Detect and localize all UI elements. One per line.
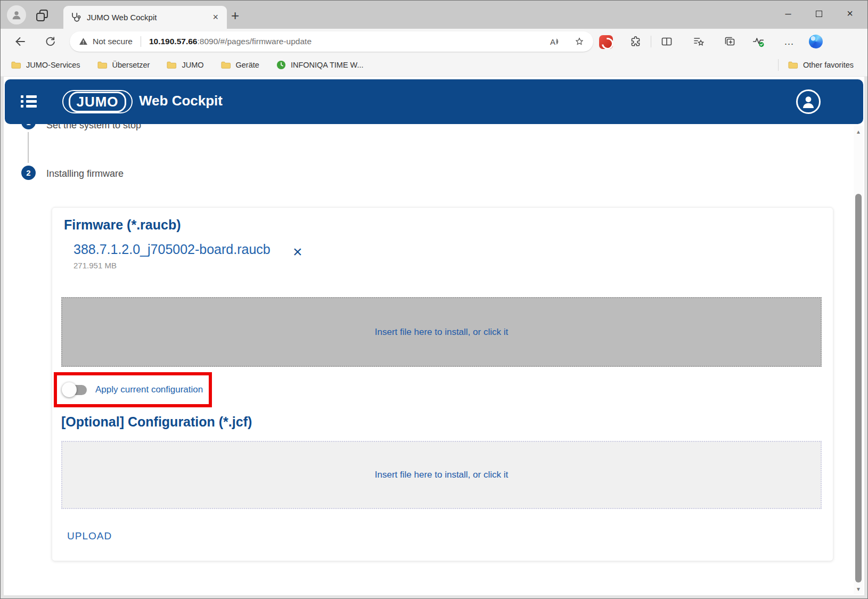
url-host: 10.190.57.66 [149,37,198,46]
other-favorites[interactable]: Other favorites [788,61,854,69]
step-2-label[interactable]: Installing firmware [46,168,124,179]
apply-config-toggle[interactable] [63,385,87,395]
settings-more-icon[interactable]: … [782,35,796,48]
not-secure-warning-icon [78,37,88,46]
address-divider [141,36,141,47]
folder-icon [11,61,21,69]
step-connector-line [28,132,29,163]
clock-icon [276,60,286,70]
red-annotation-box: Apply current configuration [54,372,212,407]
profile-avatar-icon [11,9,22,21]
toggle-knob [62,382,77,397]
firmware-file-size: 271.951 MB [73,261,117,270]
upload-button[interactable]: UPLOAD [67,530,112,542]
folder-icon [167,61,177,69]
window-maximize-button[interactable] [804,1,834,27]
app-title: Web Cockpit [139,93,223,109]
toolbar-divider [651,36,651,47]
tab-close-icon[interactable]: × [210,12,220,23]
favorites-bar-icon[interactable] [692,35,706,48]
remove-file-icon[interactable]: × [293,243,302,261]
config-dropzone[interactable]: Insert file here to install, or click it [61,441,822,509]
jumo-logo: JUMO [62,90,133,113]
bookmarks-divider [778,59,779,71]
firmware-file-name: 388.7.1.2.0_j705002-board.raucb [73,242,271,257]
page-scrollbar[interactable]: ▲ ▼ [854,126,863,594]
app-header: JUMO Web Cockpit [5,79,863,124]
page-content: JUMO Web Cockpit 1 Set the system to sto… [4,77,864,595]
address-bar[interactable]: Not secure 10.190.57.66 :8090/#/pages/fi… [70,31,593,52]
folder-icon [788,61,798,69]
scroll-down-icon[interactable]: ▼ [854,586,863,592]
config-dropzone-text: Insert file here to install, or click it [375,470,508,480]
split-screen-icon[interactable] [660,35,674,48]
bookmarks-bar: JUMO-Services Übersetzer JUMO [1,54,867,77]
url-path: :8090/#/pages/firmware-update [197,37,312,46]
maximize-icon [816,11,822,17]
scroll-up-icon[interactable]: ▲ [854,129,863,135]
bookmark-jumo-services[interactable]: JUMO-Services [11,61,80,69]
extensions-puzzle-icon[interactable] [629,35,643,48]
bookmark-uebersetzer[interactable]: Übersetzer [97,61,150,69]
browser-essentials-icon[interactable] [751,35,765,48]
red-extension-icon[interactable] [599,35,613,49]
window-minimize-button[interactable]: – [773,1,804,27]
collections-icon[interactable] [723,35,736,48]
read-aloud-icon[interactable]: A [550,37,560,46]
browser-profile-button[interactable] [7,5,26,24]
copilot-icon[interactable] [809,35,823,48]
window-controls: – × [773,1,865,27]
browser-window: JUMO Web Cockpit × + – × [0,0,868,599]
menu-hamburger-icon[interactable] [21,95,37,110]
firmware-card: Firmware (*.raucb) 388.7.1.2.0_j705002-b… [52,207,833,561]
window-titlebar: JUMO Web Cockpit × + – × [1,1,867,29]
back-button[interactable] [13,35,27,48]
config-heading: [Optional] Configuration (*.jcf) [61,414,252,430]
tab-title: JUMO Web Cockpit [87,13,210,22]
browser-toolbar: Not secure 10.190.57.66 :8090/#/pages/fi… [1,29,867,54]
scrollbar-thumb[interactable] [855,194,862,582]
folder-icon [97,61,108,69]
tab-favicon-stethoscope-icon [70,12,81,23]
favorite-star-icon[interactable] [574,36,585,47]
window-close-button[interactable]: × [834,1,865,27]
bookmark-infoniqa[interactable]: INFONIQA TIME W... [276,60,364,70]
folder-icon [221,61,231,69]
new-tab-button[interactable]: + [231,7,239,24]
browser-tab[interactable]: JUMO Web Cockpit × [63,6,227,29]
firmware-dropzone-text: Insert file here to install, or click it [375,327,508,338]
bookmark-jumo[interactable]: JUMO [167,61,203,69]
user-avatar-icon[interactable] [796,89,821,114]
refresh-button[interactable] [43,35,57,48]
workspaces-icon[interactable] [35,8,50,23]
bookmark-geraete[interactable]: Geräte [221,61,259,69]
not-secure-label[interactable]: Not secure [93,37,133,46]
firmware-dropzone[interactable]: Insert file here to install, or click it [61,297,822,367]
firmware-heading: Firmware (*.raucb) [64,217,181,233]
apply-config-toggle-label[interactable]: Apply current configuration [95,384,203,395]
step-2-circle[interactable]: 2 [21,166,36,180]
